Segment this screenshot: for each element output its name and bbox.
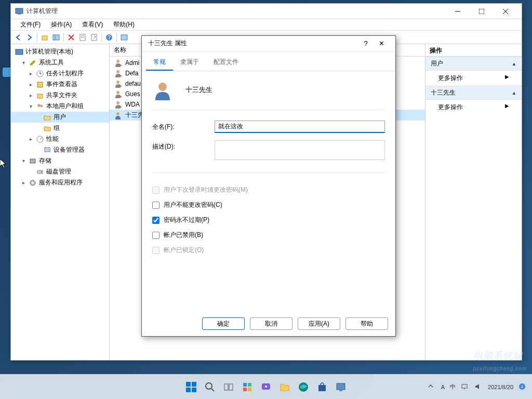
ok-button[interactable]: 确定 (202, 317, 245, 330)
search-icon[interactable] (203, 380, 217, 394)
tree-node-事件查看器[interactable]: ▸事件查看器 (11, 79, 109, 90)
delete-button[interactable] (66, 32, 76, 43)
ime-indicator[interactable]: A (441, 384, 445, 390)
svg-text:2: 2 (521, 384, 524, 389)
svg-rect-58 (337, 383, 345, 390)
widgets-icon[interactable] (240, 380, 255, 394)
svg-point-24 (37, 104, 41, 107)
tree-root[interactable]: 计算机管理(本地) (11, 46, 109, 57)
action-header: 操作 (425, 44, 522, 57)
menu-help[interactable]: 帮助(H) (108, 19, 140, 30)
description-input[interactable] (215, 140, 385, 160)
clock[interactable]: 2021/8/20 (488, 384, 513, 390)
cancel-button[interactable]: 取消 (250, 317, 292, 330)
svg-point-55 (265, 385, 267, 388)
tree-panel: 计算机管理(本地) ▾系统工具▸任务计划程序▸事件查看器▸共享文件夹▾本地用户和… (11, 44, 110, 360)
tree-node-设备管理器[interactable]: 设备管理器 (11, 144, 109, 155)
action-section-header[interactable]: 十三先生▲ (425, 86, 522, 100)
svg-rect-51 (248, 383, 251, 387)
svg-rect-17 (121, 35, 127, 40)
watermark: 电脑系统城 pcxitongcheng.com (473, 350, 527, 373)
tree-node-存储[interactable]: ▾存储 (11, 155, 109, 166)
svg-rect-7 (53, 35, 59, 40)
edge-icon[interactable] (296, 380, 311, 394)
window-title: 计算机管理 (26, 7, 446, 16)
up-button[interactable] (39, 32, 50, 43)
menu-view[interactable]: 查看(V) (77, 19, 108, 30)
action-item[interactable]: 更多操作▶ (425, 100, 522, 115)
svg-point-35 (116, 70, 119, 73)
tree-node-用户[interactable]: 用户 (11, 112, 109, 123)
svg-rect-3 (479, 9, 484, 14)
checkbox-row[interactable]: 用户不能更改密码(C) (152, 197, 385, 212)
tree-node-性能[interactable]: ▸性能 (11, 134, 109, 144)
tree-node-服务和应用程序[interactable]: ▸服务和应用程序 (11, 177, 109, 188)
menu-action[interactable]: 操作(A) (46, 19, 77, 30)
svg-rect-59 (339, 390, 342, 391)
svg-line-47 (211, 389, 214, 391)
svg-rect-23 (37, 94, 43, 98)
description-label: 描述(D): (152, 140, 215, 151)
refresh-button[interactable] (119, 32, 129, 43)
tree-node-任务计划程序[interactable]: ▸任务计划程序 (11, 68, 109, 79)
dialog-close-button[interactable]: ✕ (374, 39, 389, 47)
tray-chevron-icon[interactable] (428, 383, 436, 391)
notifications-icon[interactable]: 2 (518, 383, 527, 391)
action-item[interactable]: 更多操作▶ (425, 71, 522, 86)
export-button[interactable] (89, 32, 99, 43)
svg-point-31 (41, 171, 42, 172)
network-icon[interactable] (461, 383, 469, 391)
apply-button[interactable]: 应用(A) (298, 317, 340, 330)
fullname-input[interactable] (215, 121, 385, 133)
svg-rect-49 (229, 384, 233, 390)
checkbox-row[interactable]: 帐户已禁用(B) (152, 228, 385, 243)
tab-profile[interactable]: 配置文件 (206, 55, 246, 71)
action-section-header[interactable]: 用户▲ (425, 57, 522, 71)
volume-icon[interactable] (474, 383, 483, 391)
ime-lang[interactable]: 中 (450, 383, 456, 391)
tab-general[interactable]: 常规 (146, 55, 173, 71)
svg-rect-6 (42, 36, 47, 40)
back-button[interactable] (13, 32, 23, 43)
svg-point-36 (116, 81, 119, 84)
dialog-tabs: 常规 隶属于 配置文件 (142, 51, 395, 71)
svg-text:?: ? (108, 35, 111, 41)
tree-node-组[interactable]: 组 (11, 123, 109, 134)
explorer-icon[interactable] (277, 380, 292, 394)
tab-memberof[interactable]: 隶属于 (173, 55, 206, 71)
forward-button[interactable] (24, 32, 35, 43)
compmgmt-icon[interactable] (334, 380, 348, 394)
checkbox-row[interactable]: 密码永不过期(P) (152, 212, 385, 228)
minimize-button[interactable] (446, 4, 470, 19)
svg-point-25 (41, 104, 43, 107)
properties-button[interactable] (77, 32, 88, 43)
svg-rect-1 (18, 14, 21, 15)
checkbox-row: 帐户已锁定(O) (152, 243, 385, 258)
tree-node-共享文件夹[interactable]: ▸共享文件夹 (11, 90, 109, 101)
svg-rect-14 (91, 34, 97, 41)
menu-file[interactable]: 文件(F) (15, 19, 46, 30)
svg-rect-22 (37, 82, 43, 87)
action-panel: 操作 用户▲更多操作▶十三先生▲更多操作▶ (425, 44, 522, 360)
help-button[interactable]: 帮助 (345, 317, 388, 330)
taskview-icon[interactable] (221, 380, 236, 394)
help-button[interactable]: ? (104, 32, 114, 43)
maximize-button[interactable] (470, 4, 494, 19)
cursor-icon (0, 159, 8, 169)
svg-rect-60 (462, 384, 467, 388)
chat-icon[interactable] (259, 380, 273, 394)
svg-rect-42 (186, 382, 191, 387)
dialog-title: 十三先生 属性 (148, 39, 358, 48)
svg-point-34 (116, 60, 119, 63)
tree-node-系统工具[interactable]: ▾系统工具 (11, 57, 109, 68)
show-hide-button[interactable] (51, 32, 61, 43)
store-icon[interactable] (315, 380, 329, 394)
tree-node-本地用户和组[interactable]: ▾本地用户和组 (11, 101, 109, 112)
svg-rect-45 (192, 388, 196, 392)
properties-dialog: 十三先生 属性 ? ✕ 常规 隶属于 配置文件 十三先生 全名(F): 描述(D… (141, 35, 396, 337)
dialog-help-button[interactable]: ? (358, 39, 374, 47)
checkbox-row: 用户下次登录时须更改密码(M) (152, 182, 385, 197)
close-button[interactable] (494, 4, 517, 19)
start-button[interactable] (184, 380, 198, 394)
tree-node-磁盘管理[interactable]: 磁盘管理 (11, 166, 109, 177)
